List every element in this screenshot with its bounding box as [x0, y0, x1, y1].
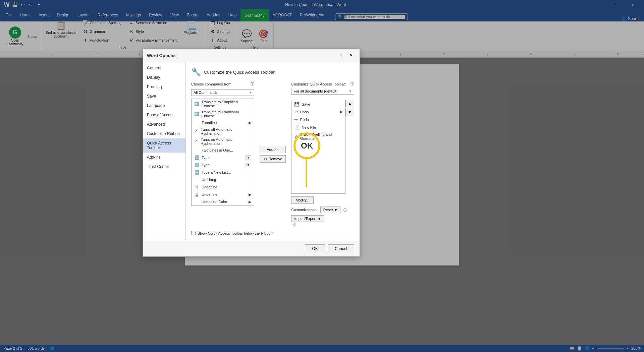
dialog-title: Word Options: [147, 53, 176, 58]
cmd-underline-1[interactable]: U Underline: [192, 183, 254, 191]
choose-commands-label: Choose commands from:: [191, 82, 232, 86]
cmd-type-2[interactable]: 🔢 Type ▼: [192, 161, 254, 169]
underline1-icon: U: [194, 184, 200, 190]
cmd-underline-2[interactable]: U Underline ▶: [192, 191, 254, 198]
sidebar-item-ease-of-access[interactable]: Ease of Access: [143, 110, 185, 120]
qat-right-buttons: ▲ ▼: [345, 97, 354, 116]
type1-icon: 🔢: [194, 155, 200, 160]
commands-dropdown-value: All Commands: [194, 91, 218, 95]
dialog-body: General Display Proofing Save Language E…: [143, 62, 360, 241]
reset-info-icon: ⓘ: [343, 208, 347, 213]
ok-btn[interactable]: OK: [305, 244, 325, 253]
customize-qat-info-icon: ⓘ: [351, 81, 354, 86]
qat-new-file-icon: 📄: [294, 125, 300, 130]
sidebar-item-display[interactable]: Display: [143, 73, 185, 82]
move-up-btn[interactable]: ▲: [345, 100, 354, 107]
qat-undo-icon: ↩: [294, 109, 298, 114]
import-export-area: Import/Export ▼ ⓘ: [291, 215, 354, 227]
sidebar-item-trust-center[interactable]: Trust Center: [143, 162, 185, 171]
import-export-btn[interactable]: Import/Export ▼: [291, 215, 324, 222]
show-qat-label: Show Quick Access Toolbar below the Ribb…: [198, 231, 273, 235]
remove-btn[interactable]: << Remove: [260, 155, 286, 163]
translate-t-icon: 🔤: [194, 111, 199, 117]
qat-dropdown[interactable]: For all documents (default) ▼: [291, 88, 354, 95]
qat-item-new-file[interactable]: 📄 New File: [291, 123, 345, 131]
qat-panel: Customize Quick Access Toolbar: ⓘ For al…: [291, 81, 354, 227]
check-on-hyphen: ✓: [194, 139, 199, 144]
qat-item-save[interactable]: 💾 Save: [291, 100, 345, 108]
sidebar-item-quick-access-toolbar[interactable]: Quick Access Toolbar: [143, 138, 185, 153]
sidebar-item-language[interactable]: Language: [143, 101, 185, 110]
dialog-footer: OK Cancel: [143, 241, 360, 256]
type-new-list-icon: 🔤: [194, 170, 200, 175]
sidebar-item-general[interactable]: General: [143, 63, 185, 73]
import-export-info-icon: ⓘ: [292, 222, 296, 226]
cmd-two-lines[interactable]: Two Lines in One...: [192, 146, 254, 154]
modify-btn[interactable]: Modify...: [291, 196, 314, 204]
dialog-title-bar: Word Options ? ✕: [143, 49, 360, 62]
qat-content-area: 💾 Save ↩ Undo ▶ ↪ Redo: [291, 97, 354, 194]
sidebar-item-proofing[interactable]: Proofing: [143, 82, 185, 92]
choose-commands-header: Choose commands from: ⓘ: [191, 81, 254, 86]
qat-list[interactable]: 💾 Save ↩ Undo ▶ ↪ Redo: [291, 100, 345, 194]
dialog-overlay: Word Options ? ✕ General Display Proofin…: [0, 0, 644, 352]
underline2-icon: U: [194, 192, 200, 197]
sidebar-item-save[interactable]: Save: [143, 92, 185, 101]
check-off-hyphen: ✓: [194, 129, 199, 134]
dialog-controls: ? ✕: [337, 52, 356, 59]
move-down-btn[interactable]: ▼: [345, 109, 354, 116]
qat-item-undo[interactable]: ↩ Undo ▶: [291, 108, 345, 116]
show-qat-row: Show Quick Access Toolbar below the Ribb…: [191, 231, 354, 235]
sidebar-item-advanced[interactable]: Advanced: [143, 120, 185, 129]
two-lines-icon: [194, 148, 200, 153]
move-buttons: ▲ ▼: [345, 100, 354, 116]
cmd-un-hang[interactable]: Un Hang: [192, 176, 254, 183]
commands-panel: Choose commands from: ⓘ All Commands ▼ 🔤…: [191, 81, 254, 227]
commands-dropdown[interactable]: All Commands ▼: [191, 89, 254, 96]
toolbar-icon: 🔧: [191, 67, 201, 77]
cmd-type-1[interactable]: 🔢 Type ▼: [192, 154, 254, 161]
customize-qat-label: Customize Quick Access Toolbar:: [291, 82, 346, 86]
sidebar-item-customize-ribbon[interactable]: Customize Ribbon: [143, 129, 185, 138]
reset-btn[interactable]: Reset ▼: [320, 207, 341, 213]
modify-area: Modify...: [291, 196, 354, 204]
dialog-help-btn[interactable]: ?: [337, 52, 345, 59]
type2-icon: 🔢: [194, 162, 200, 168]
qat-dropdown-arrow: ▼: [349, 90, 352, 93]
customizations-label: Customizations:: [291, 208, 317, 212]
qat-item-redo[interactable]: ↪ Redo: [291, 116, 345, 123]
trendline-icon: [194, 120, 200, 125]
customize-qat-area: Choose commands from: ⓘ All Commands ▼ 🔤…: [191, 81, 354, 227]
cmd-underline-color[interactable]: Underline Color ▶: [192, 198, 254, 206]
qat-save-icon: 💾: [294, 102, 300, 107]
cmd-turns-off-hyphenation[interactable]: ✓ Turns off Automatic Hyphenation: [192, 126, 254, 136]
un-hang-icon: [194, 177, 200, 182]
cmd-translate-traditional[interactable]: 🔤 Translate to Traditional Chinese: [192, 109, 254, 119]
qat-dropdown-value: For all documents (default): [293, 89, 337, 93]
cmd-type-new-list[interactable]: 🔤 Type a New List...: [192, 169, 254, 176]
cmd-undo[interactable]: ↩ Undo ▶: [192, 206, 254, 206]
choose-commands-info-icon: ⓘ: [251, 81, 254, 86]
dialog-sidebar: General Display Proofing Save Language E…: [143, 62, 186, 241]
dialog-header: 🔧 Customize the Quick Access Toolbar.: [191, 67, 354, 77]
word-options-dialog: Word Options ? ✕ General Display Proofin…: [143, 49, 360, 257]
show-qat-checkbox[interactable]: [191, 231, 196, 235]
cancel-btn[interactable]: Cancel: [328, 244, 354, 253]
dialog-main: 🔧 Customize the Quick Access Toolbar. Ch…: [186, 62, 360, 241]
dialog-close-btn[interactable]: ✕: [347, 52, 356, 59]
cmd-trendline[interactable]: Trendline ▶: [192, 119, 254, 126]
qat-redo-icon: ↪: [294, 117, 298, 122]
dialog-header-text: Customize the Quick Access Toolbar.: [204, 70, 276, 75]
cmd-translate-simplified[interactable]: 🔤 Translate to Simplified Chinese: [192, 99, 254, 109]
qat-item-spelling[interactable]: ✔ Check Spelling and Grammar: [291, 131, 345, 142]
cmd-turns-on-hyphenation[interactable]: ✓ Turns on Automatic Hyphenation: [192, 136, 254, 146]
translate-s-icon: 🔤: [194, 101, 200, 107]
qat-spelling-icon: ✔: [294, 134, 298, 139]
underline-color-icon: [194, 199, 200, 204]
sidebar-item-add-ins[interactable]: Add-ins: [143, 153, 185, 162]
commands-list[interactable]: 🔤 Translate to Simplified Chinese 🔤 Tran…: [191, 99, 254, 206]
add-btn[interactable]: Add >>: [260, 146, 286, 153]
commands-dropdown-arrow: ▼: [249, 91, 252, 94]
add-remove-buttons: Add >> << Remove: [258, 81, 287, 227]
qat-panel-header: Customize Quick Access Toolbar: ⓘ: [291, 81, 354, 86]
